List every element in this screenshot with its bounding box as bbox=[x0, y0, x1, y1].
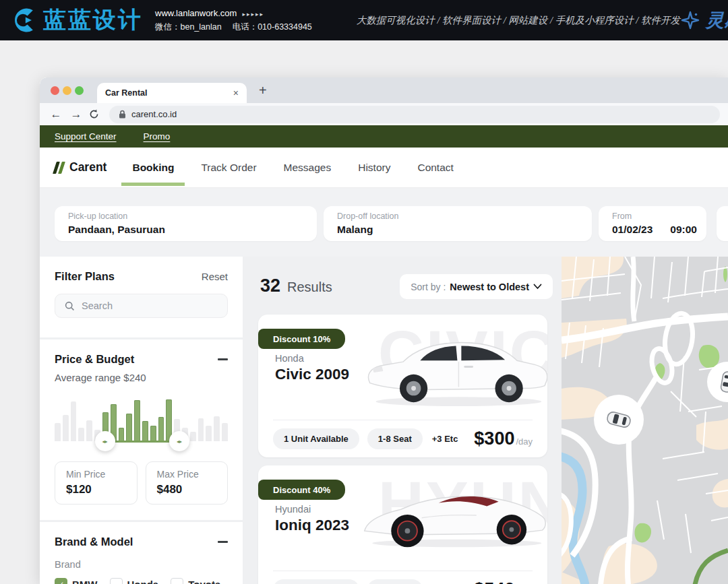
discount-badge: Discount 40% bbox=[258, 480, 345, 500]
card-footer: 1 Unit Available 1-4 Seat +3 Etc $540 /d… bbox=[273, 577, 533, 584]
seats-chip: 1-4 Seat bbox=[367, 579, 423, 584]
trip-search-bar: Pick-up location Pandaan, Pasuruan Drop-… bbox=[40, 188, 728, 257]
tab-title: Car Rental bbox=[105, 88, 233, 98]
brand-checkbox-bmw[interactable]: ✓ BMW bbox=[55, 578, 98, 584]
banner-phone: 电话：010-63334945 bbox=[233, 22, 312, 32]
min-price-field[interactable]: Min Price $120 bbox=[55, 461, 138, 505]
collapse-icon[interactable] bbox=[218, 358, 228, 360]
dropoff-label: Drop-off location bbox=[337, 212, 578, 221]
close-window-button[interactable] bbox=[51, 86, 59, 95]
histogram-bar bbox=[214, 416, 220, 441]
from-label: From bbox=[612, 212, 693, 221]
histogram-bar bbox=[198, 418, 204, 441]
url-bar[interactable]: carent.co.id bbox=[109, 106, 720, 123]
filter-title: Filter Plans bbox=[55, 270, 115, 283]
carent-logo[interactable]: Carent bbox=[55, 160, 107, 174]
from-time: 09:00 bbox=[670, 224, 697, 236]
search-placeholder: Search bbox=[82, 300, 113, 311]
price-per: /day bbox=[516, 436, 533, 447]
checkbox-icon bbox=[110, 578, 123, 584]
from-datetime-field[interactable]: From 01/02/23 09:00 bbox=[599, 206, 706, 241]
collect-label: 灵感收集 bbox=[706, 8, 728, 32]
histogram-bar bbox=[222, 423, 228, 441]
new-tab-button[interactable]: + bbox=[259, 83, 267, 98]
histogram-bar bbox=[158, 417, 164, 441]
range-handle-min[interactable]: ◂▸ bbox=[95, 431, 115, 451]
checkbox-icon bbox=[171, 578, 183, 584]
histogram-bar bbox=[134, 400, 140, 441]
collapse-icon[interactable] bbox=[218, 541, 228, 543]
max-price-value: $480 bbox=[157, 483, 217, 496]
histogram-bar bbox=[119, 428, 125, 441]
filter-panel-header: Filter Plans Reset Search bbox=[40, 257, 243, 337]
price-histogram: ◂▸ ◂▸ bbox=[55, 394, 228, 451]
car-card-civic[interactable]: CIVIC Discount 10% Honda Civic 2009 bbox=[258, 315, 547, 457]
banner-contact: www.lanlanwork.com▸▸▸▸▸ 微信：ben_lanlan电话：… bbox=[155, 8, 312, 33]
brand-model-title: Brand & Model bbox=[55, 536, 133, 548]
promo-link[interactable]: Promo bbox=[144, 131, 171, 141]
card-footer: 1 Unit Available 1-8 Seat +3 Etc $300 /d… bbox=[273, 426, 533, 451]
browser-tab-strip: Car Rental × + bbox=[40, 77, 728, 103]
brand-name: Carent bbox=[69, 160, 107, 174]
back-icon[interactable]: ← bbox=[48, 108, 64, 121]
minimize-window-button[interactable] bbox=[63, 86, 71, 95]
car-brand: Hyundai bbox=[275, 504, 311, 515]
divider bbox=[273, 420, 533, 420]
units-chip: 1 Unit Available bbox=[273, 428, 359, 449]
tab-close-icon[interactable]: × bbox=[233, 88, 239, 98]
maximize-window-button[interactable] bbox=[75, 86, 84, 95]
histogram-bar bbox=[71, 401, 77, 441]
brand-checkbox-toyota[interactable]: Toyota bbox=[171, 578, 220, 584]
map-car-marker[interactable] bbox=[594, 395, 644, 445]
browser-tab[interactable]: Car Rental × bbox=[97, 83, 247, 103]
price: $300 bbox=[474, 428, 514, 449]
nav-item-contact[interactable]: Contact bbox=[416, 162, 454, 174]
price: $540 bbox=[474, 579, 514, 584]
forward-icon[interactable]: → bbox=[68, 108, 84, 121]
site-topbar: Support Center Promo bbox=[40, 125, 728, 148]
units-chip: 1 Unit Available bbox=[273, 579, 359, 584]
results-header: 32 Results bbox=[260, 275, 332, 296]
min-price-label: Min Price bbox=[66, 469, 126, 480]
dropoff-location-field[interactable]: Drop-off location Malang bbox=[324, 206, 592, 241]
arrows-decoration: ▸▸▸▸▸ bbox=[242, 11, 264, 18]
average-range-text: Average range $240 bbox=[55, 372, 228, 383]
sort-dropdown[interactable]: Sort by : Newest to Oldest bbox=[400, 274, 553, 299]
promo-banner: 蓝蓝设计 www.lanlanwork.com▸▸▸▸▸ 微信：ben_lanl… bbox=[0, 0, 728, 40]
brand-model-section: Brand & Model Brand ✓ BMW Honda Toyota bbox=[40, 522, 243, 584]
brand-checkbox-honda[interactable]: Honda bbox=[110, 578, 159, 584]
nav-item-messages[interactable]: Messages bbox=[282, 162, 333, 174]
banner-website: www.lanlanwork.com bbox=[155, 8, 237, 18]
histogram-bar bbox=[190, 432, 196, 441]
nav-item-booking[interactable]: Booking bbox=[131, 162, 175, 174]
etc-text: +3 Etc bbox=[432, 434, 458, 444]
brand-group-label: Brand bbox=[55, 559, 228, 570]
filter-search-input[interactable]: Search bbox=[55, 294, 228, 318]
results-count: 32 bbox=[260, 275, 280, 296]
nav-item-track-order[interactable]: Track Order bbox=[200, 162, 257, 174]
range-handle-max[interactable]: ◂▸ bbox=[169, 431, 189, 451]
nav-item-history[interactable]: History bbox=[357, 162, 392, 174]
from-date: 01/02/23 bbox=[612, 224, 653, 236]
support-center-link[interactable]: Support Center bbox=[55, 131, 117, 141]
to-datetime-field[interactable]: T 0 bbox=[717, 206, 728, 241]
banner-collect: 灵感收集 bbox=[680, 8, 728, 32]
lock-icon bbox=[119, 110, 126, 119]
reload-icon[interactable] bbox=[88, 108, 100, 120]
pickup-location-field[interactable]: Pick-up location Pandaan, Pasuruan bbox=[55, 206, 317, 241]
map-panel[interactable] bbox=[562, 257, 728, 584]
sparkle-icon bbox=[680, 10, 700, 30]
car-card-ioniq[interactable]: HYUN Discount 40% Hyundai Ioniq 2023 1 U… bbox=[258, 465, 547, 584]
page-content: Filter Plans Reset Search Price & Budget… bbox=[40, 257, 728, 584]
car-image-sportscar bbox=[359, 478, 547, 552]
max-price-field[interactable]: Max Price $480 bbox=[146, 461, 229, 505]
seats-chip: 1-8 Seat bbox=[367, 428, 423, 449]
nav-menu: Booking Track Order Messages History Con… bbox=[131, 162, 454, 174]
window-controls[interactable] bbox=[40, 86, 84, 95]
histogram-bar bbox=[55, 423, 61, 441]
results-column: 32 Results Sort by : Newest to Oldest CI… bbox=[243, 257, 562, 584]
price-budget-section: Price & Budget Average range $240 ◂▸ ◂▸ … bbox=[40, 339, 243, 520]
url-text: carent.co.id bbox=[131, 109, 177, 119]
divider bbox=[273, 571, 533, 571]
reset-button[interactable]: Reset bbox=[202, 271, 228, 282]
